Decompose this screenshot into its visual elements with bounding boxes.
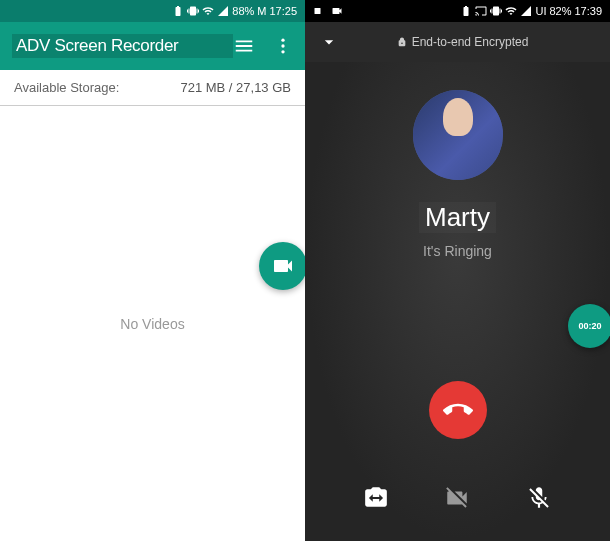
contact-avatar	[413, 90, 503, 180]
hangup-icon	[443, 395, 473, 425]
status-right-icons	[460, 5, 532, 17]
chevron-down-icon	[319, 32, 339, 52]
call-header: End-to-end Encrypted	[305, 22, 610, 62]
lock-icon	[397, 37, 407, 47]
encryption-label: End-to-end Encrypted	[349, 35, 576, 49]
app-bar: ADV Screen Recorder	[0, 22, 305, 70]
call-status: It's Ringing	[423, 243, 492, 259]
videocam-indicator-icon	[331, 5, 343, 17]
contact-name: Marty	[419, 202, 496, 233]
status-icons	[172, 5, 229, 17]
minimize-button[interactable]	[319, 32, 339, 52]
record-fab[interactable]	[259, 242, 307, 290]
storage-label: Available Storage:	[14, 80, 180, 95]
switch-camera-icon	[363, 485, 389, 511]
battery-charge-icon	[172, 5, 184, 17]
signal-icon	[217, 5, 229, 17]
app-title: ADV Screen Recorder	[12, 34, 233, 58]
videocam-off-icon	[444, 485, 470, 511]
status-bar-left: 88% M 17:25	[0, 0, 305, 22]
storage-value: 721 MB / 27,13 GB	[180, 80, 291, 95]
battery-percent: 82%	[549, 5, 571, 17]
empty-text: No Videos	[120, 316, 184, 332]
videocam-icon	[271, 254, 295, 278]
switch-camera-button[interactable]	[355, 477, 397, 519]
status-time: 17:39	[574, 5, 602, 17]
wifi-icon	[505, 5, 517, 17]
video-off-button[interactable]	[436, 477, 478, 519]
hangup-button[interactable]	[429, 381, 487, 439]
video-list-empty: No Videos	[0, 106, 305, 541]
recorder-app-screen: 88% M 17:25 ADV Screen Recorder Availabl…	[0, 0, 305, 541]
camera-indicator-icon	[313, 5, 325, 17]
status-label: M	[257, 5, 266, 17]
svg-rect-3	[315, 8, 321, 14]
list-icon[interactable]	[233, 35, 255, 57]
battery-charge-icon	[460, 5, 472, 17]
timer-text: 00:20	[578, 321, 601, 331]
recording-timer-fab[interactable]: 00:20	[568, 304, 610, 348]
status-time: 17:25	[269, 5, 297, 17]
more-menu-icon[interactable]	[273, 36, 293, 56]
battery-percent: 88%	[232, 5, 254, 17]
svg-point-0	[281, 39, 284, 42]
vibrate-icon	[490, 5, 502, 17]
vibrate-icon	[187, 5, 199, 17]
mute-button[interactable]	[518, 477, 560, 519]
status-label: UI	[535, 5, 546, 17]
wifi-icon	[202, 5, 214, 17]
svg-point-2	[281, 50, 284, 53]
cast-icon	[475, 5, 487, 17]
call-screen: UI 82% 17:39 End-to-end Encrypted Marty …	[305, 0, 610, 541]
status-bar-right: UI 82% 17:39	[305, 0, 610, 22]
mic-off-icon	[526, 485, 552, 511]
call-controls	[305, 477, 610, 519]
signal-icon	[520, 5, 532, 17]
svg-point-1	[281, 44, 284, 47]
storage-row: Available Storage: 721 MB / 27,13 GB	[0, 70, 305, 106]
call-body: Marty It's Ringing 00:20	[305, 62, 610, 541]
status-left-icons	[313, 5, 343, 17]
